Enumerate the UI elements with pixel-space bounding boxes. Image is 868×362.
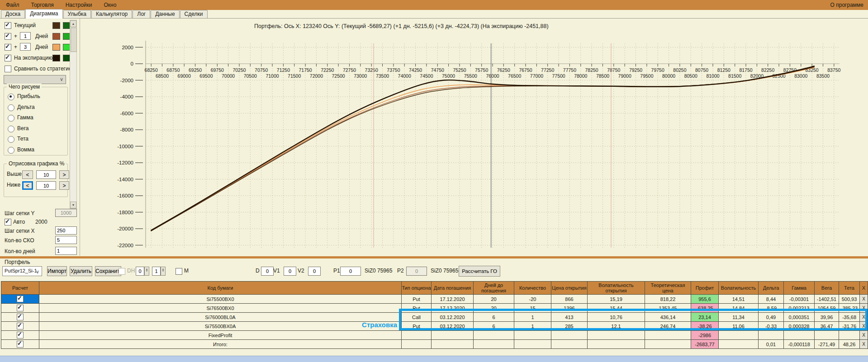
increment-button[interactable]: > — [59, 181, 69, 190]
row-check-cell[interactable] — [1, 340, 39, 349]
calc-margin-button[interactable]: Рассчитать ГО — [459, 266, 500, 277]
row-checkbox[interactable] — [17, 314, 24, 320]
d-input[interactable] — [261, 267, 274, 276]
radio-3[interactable] — [8, 115, 14, 122]
tab-5[interactable]: Лог — [133, 10, 150, 18]
render-percent-input[interactable] — [36, 170, 56, 179]
radio-6[interactable] — [8, 147, 14, 154]
spinner-arrows-icon[interactable]: ▲▼ — [161, 267, 166, 276]
tab-3[interactable]: Улыбка — [63, 10, 91, 18]
p1-input[interactable] — [340, 267, 361, 276]
compare-checkbox[interactable] — [5, 66, 11, 72]
scrollbar-thumb[interactable] — [71, 28, 77, 52]
color-swatch-line[interactable] — [52, 55, 60, 61]
series-checkbox[interactable] — [5, 44, 11, 51]
column-header-1[interactable]: Расчет — [1, 282, 39, 295]
series-checkbox[interactable] — [5, 33, 11, 40]
days-input[interactable] — [20, 43, 31, 51]
remove-row-button[interactable]: X — [860, 304, 868, 313]
radio-1[interactable] — [8, 94, 14, 100]
profit-chart[interactable]: 20000-2000-4000-6000-8000-10000-12000-14… — [81, 32, 868, 256]
column-header-2[interactable]: Код бумаги — [39, 282, 402, 295]
menu-item-3[interactable]: Настройки — [60, 0, 98, 10]
row-checkbox[interactable] — [17, 305, 24, 311]
strategy-combobox[interactable]: ∨ — [4, 75, 66, 84]
grid-x-input[interactable] — [55, 226, 77, 235]
portfolio-combobox[interactable]: PutSpr12_Si-1∨ — [2, 266, 42, 276]
column-header-16[interactable]: X — [860, 282, 868, 295]
sidebar-scrollbar[interactable]: ▲▼ — [70, 20, 77, 209]
column-header-3[interactable]: Тип опциона — [402, 282, 432, 295]
dh-spinner-1-input[interactable] — [136, 267, 144, 276]
tab-2[interactable]: Диаграмма — [25, 9, 62, 19]
row-check-cell[interactable] — [1, 331, 39, 340]
menu-item-2[interactable]: Торговля — [25, 0, 60, 10]
series-checkbox[interactable] — [5, 22, 11, 29]
remove-row-button[interactable]: X — [860, 340, 868, 349]
radio-2[interactable] — [8, 104, 14, 111]
tab-6[interactable]: Данные — [151, 10, 179, 18]
color-swatch-line[interactable] — [52, 44, 60, 51]
row-checkbox[interactable] — [17, 341, 24, 348]
m-checkbox[interactable] — [175, 268, 182, 275]
horizontal-scrollbar[interactable] — [0, 356, 868, 362]
row-checkbox[interactable] — [17, 296, 24, 302]
column-header-6[interactable]: Количество — [514, 282, 551, 295]
tab-1[interactable]: Доска — [1, 10, 25, 18]
column-header-10[interactable]: Профит — [691, 282, 719, 295]
render-percent-input[interactable] — [36, 181, 56, 190]
decrement-button[interactable]: < — [22, 170, 33, 179]
column-header-9[interactable]: Теоретическая цена — [645, 282, 691, 295]
remove-row-button[interactable]: X — [860, 331, 868, 340]
row-check-cell[interactable] — [1, 295, 39, 304]
menu-item-about[interactable]: О программе — [830, 0, 863, 10]
auto-label: Авто — [13, 219, 25, 225]
column-header-12[interactable]: Дельта — [759, 282, 784, 295]
remove-row-button[interactable]: X — [860, 322, 868, 331]
row-check-cell[interactable] — [1, 313, 39, 322]
days-count-input[interactable] — [55, 247, 77, 255]
menu-item-4[interactable]: Окно — [98, 0, 123, 10]
import-button[interactable]: Импорт — [47, 266, 67, 276]
spinner-arrows-icon[interactable]: ▲▼ — [144, 267, 149, 276]
column-header-14[interactable]: Вега — [815, 282, 839, 295]
auto-checkbox[interactable] — [5, 219, 11, 226]
column-header-4[interactable]: Дата погашения — [432, 282, 474, 295]
remove-row-button[interactable]: X — [860, 295, 868, 304]
row-check-cell[interactable] — [1, 322, 39, 331]
color-swatch-line[interactable] — [52, 22, 60, 29]
column-header-13[interactable]: Гамма — [784, 282, 815, 295]
color-swatch-line[interactable] — [52, 33, 60, 40]
scroll-up-icon[interactable]: ▲ — [70, 20, 76, 27]
column-header-11[interactable]: Волатильность — [719, 282, 759, 295]
row-checkbox[interactable] — [17, 323, 24, 329]
increment-button[interactable]: > — [59, 170, 69, 179]
sko-count-input[interactable] — [55, 236, 77, 244]
scroll-down-icon[interactable]: ▼ — [70, 202, 76, 208]
cell-Профит: -2683,77 — [691, 340, 719, 349]
column-header-5[interactable]: Дней до погашения — [474, 282, 514, 295]
dh-checkbox[interactable] — [119, 268, 125, 275]
series-checkbox[interactable] — [5, 55, 11, 61]
row-check-cell[interactable] — [1, 304, 39, 313]
decrement-button[interactable]: < — [22, 181, 33, 190]
radio-4[interactable] — [8, 126, 14, 132]
delete-button[interactable]: Удалить — [70, 266, 92, 276]
column-header-8[interactable]: Волатильность открытия — [588, 282, 645, 295]
column-header-7[interactable]: Цена открытия — [551, 282, 588, 295]
menu-item-1[interactable]: Файл — [0, 0, 25, 10]
row-checkbox[interactable] — [17, 332, 24, 338]
tab-7[interactable]: Сделки — [180, 10, 208, 18]
tab-4[interactable]: Калькулятор — [91, 10, 132, 18]
radio-5[interactable] — [8, 136, 14, 143]
dh-spinner-2-input[interactable] — [152, 267, 161, 276]
svg-text:71750: 71750 — [299, 67, 312, 73]
column-header-15[interactable]: Тета — [839, 282, 860, 295]
days-input[interactable] — [20, 32, 31, 40]
save-button[interactable]: Сохранить — [95, 266, 121, 276]
grid-y-input[interactable] — [55, 209, 77, 217]
p2-input[interactable] — [406, 267, 427, 276]
v1-input[interactable] — [284, 267, 296, 276]
v2-input[interactable] — [308, 267, 321, 276]
remove-row-button[interactable]: X — [860, 313, 868, 322]
